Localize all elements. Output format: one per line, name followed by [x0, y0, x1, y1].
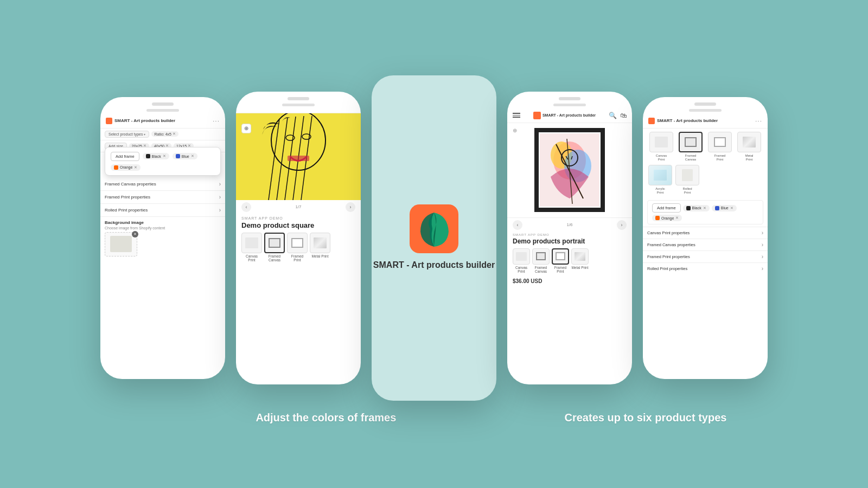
rolled-print-props[interactable]: Rolled Print properties › [100, 204, 225, 217]
hamburger-menu[interactable] [513, 113, 520, 118]
right-color-black[interactable]: Black ✕ [683, 205, 710, 211]
store-type-framed-print[interactable]: FramedPrint [552, 248, 569, 274]
right-rolled-print-props[interactable]: Rolled Print properties › [643, 262, 768, 274]
phone-store-portrait: SMART - Art products builder 🔍 🛍 ⊕ [507, 92, 632, 384]
product-type-btn[interactable]: Select product types ▾ [105, 131, 149, 138]
framed-print-thumb[interactable] [287, 233, 308, 253]
next-arrow[interactable]: › [346, 202, 355, 212]
search-icon[interactable]: 🔍 [609, 112, 617, 119]
color-blue[interactable]: Blue ✕ [173, 153, 197, 159]
framed-print-shape [714, 137, 726, 147]
remove-color-icon[interactable]: ✕ [163, 154, 166, 158]
right-framed-canvas-props[interactable]: Framed Canvas properties › [643, 239, 768, 251]
grid-item-rolled[interactable]: RolledPrint [675, 165, 699, 195]
prev-arrow[interactable]: ‹ [513, 220, 522, 230]
bg-image-thumb[interactable]: ✕ [105, 232, 137, 256]
canvas-shape [245, 237, 258, 248]
remove-ratio-icon[interactable]: ✕ [173, 132, 176, 136]
framed-print-thumb[interactable] [552, 248, 569, 265]
phone-notch [288, 97, 309, 100]
metal-grid-thumb[interactable] [737, 132, 761, 152]
canvas-grid-thumb[interactable] [649, 132, 673, 152]
rolled-print-props-label: Rolled Print properties [647, 266, 687, 271]
phone-product-square: ⊕ [236, 92, 361, 384]
product-header [236, 108, 361, 113]
store-logo-text: SMART - Art products builder [542, 113, 596, 117]
remove-icon[interactable]: ✕ [675, 216, 679, 220]
add-frame-button-right[interactable]: Add frame [652, 203, 681, 213]
framed-canvas-grid-thumb[interactable] [679, 132, 703, 152]
grid-item-framed-canvas[interactable]: FramedCanvas [678, 132, 704, 162]
framed-canvas-thumb[interactable] [264, 233, 285, 253]
phone-notch [694, 102, 716, 106]
artwork-svg [236, 113, 361, 200]
color-dot-blue [715, 206, 719, 210]
page-indicator: 1/6 [566, 222, 572, 227]
product-title: Demo product square [236, 221, 361, 233]
type-canvas-print[interactable]: CanvasPrint [241, 233, 262, 263]
right-color-blue[interactable]: Blue ✕ [712, 205, 737, 211]
framed-canvas-props[interactable]: Framed Canvas properties › [100, 178, 225, 191]
remove-icon[interactable]: ✕ [703, 206, 706, 210]
framed-print-grid-thumb[interactable] [708, 132, 732, 152]
canvas-label: CanvasPrint [515, 266, 527, 274]
framed-canvas-thumb[interactable] [532, 248, 550, 265]
acrylic-shape [654, 170, 667, 181]
acrylic-grid-thumb[interactable] [648, 165, 672, 185]
rolled-grid-thumb[interactable] [675, 165, 699, 185]
framed-print-props[interactable]: Framed Print properties › [100, 191, 225, 204]
right-canvas-props[interactable]: Canvas Print properties › [643, 227, 768, 239]
rolled-print-label: Rolled Print properties [105, 208, 148, 213]
canvas-shape [516, 252, 527, 261]
admin-header: SMART - Art products builder ··· [100, 114, 225, 129]
main-container: SMART - Art products builder ··· Select … [11, 65, 857, 401]
menu-line [513, 117, 520, 118]
phone-center-logo: SMART - Art products builder [372, 75, 496, 401]
color-dot-blue [176, 154, 180, 158]
prev-arrow[interactable]: ‹ [241, 202, 251, 212]
metal-thumb[interactable] [310, 233, 330, 253]
zoom-icon[interactable]: ⊕ [513, 127, 517, 133]
canvas-thumb[interactable] [513, 248, 530, 265]
store-type-metal[interactable]: Metal Print [571, 248, 589, 274]
grid-item-acrylic[interactable]: AcrylicPrint [648, 165, 672, 195]
metal-thumb[interactable] [571, 248, 589, 265]
remove-color-icon[interactable]: ✕ [191, 154, 194, 158]
framed-print-grid-label: FramedPrint [714, 154, 726, 162]
next-arrow[interactable]: › [617, 220, 627, 230]
grid-item-canvas[interactable]: CanvasPrint [648, 132, 674, 162]
frame-color-popup: Add frame Black ✕ Blue ✕ Orange ✕ [105, 147, 221, 176]
expand-icon: › [219, 194, 221, 200]
color-orange[interactable]: Orange ✕ [111, 164, 141, 171]
type-framed-print[interactable]: FramedPrint [287, 233, 308, 263]
phone-notch [152, 102, 174, 106]
grid-item-framed-print[interactable]: FramedPrint [707, 132, 733, 162]
color-black[interactable]: Black ✕ [143, 153, 169, 159]
remove-icon[interactable]: ✕ [730, 206, 733, 210]
remove-color-icon[interactable]: ✕ [134, 165, 137, 170]
caption-right-spacer [754, 412, 857, 424]
expand-icon: › [762, 242, 763, 248]
store-type-framed-canvas[interactable]: FramedCanvas [532, 248, 550, 274]
metal-shape [575, 252, 585, 261]
store-type-canvas[interactable]: CanvasPrint [513, 248, 530, 274]
metal-shape [743, 137, 756, 147]
cart-icon[interactable]: 🛍 [620, 112, 627, 119]
product-grid-row2: AcrylicPrint RolledPrint [643, 165, 768, 198]
type-metal-print[interactable]: Metal Print [310, 233, 330, 263]
canvas-thumb[interactable] [241, 233, 262, 253]
grid-item-metal[interactable]: MetalPrint [736, 132, 762, 162]
right-color-orange[interactable]: Orange ✕ [652, 215, 682, 221]
color-dot-orange [114, 165, 118, 170]
type-framed-canvas[interactable]: FramedCanvas [264, 233, 285, 263]
filter-row: Select product types ▾ Ratio: 4x5 ✕ [100, 129, 225, 140]
zoom-button[interactable]: ⊕ [241, 124, 251, 133]
add-frame-button[interactable]: Add frame [111, 152, 139, 161]
ratio-tag[interactable]: Ratio: 4x5 ✕ [151, 131, 178, 137]
remove-image-icon[interactable]: ✕ [132, 231, 138, 237]
right-framed-print-props[interactable]: Framed Print properties › [643, 251, 768, 262]
framed-canvas-shape [536, 252, 546, 260]
product-grid-row1: CanvasPrint FramedCanvas FramedPrint [643, 129, 768, 165]
framed-canvas-label: Framed Canvas properties [105, 182, 156, 187]
admin-dots: ··· [213, 117, 220, 125]
